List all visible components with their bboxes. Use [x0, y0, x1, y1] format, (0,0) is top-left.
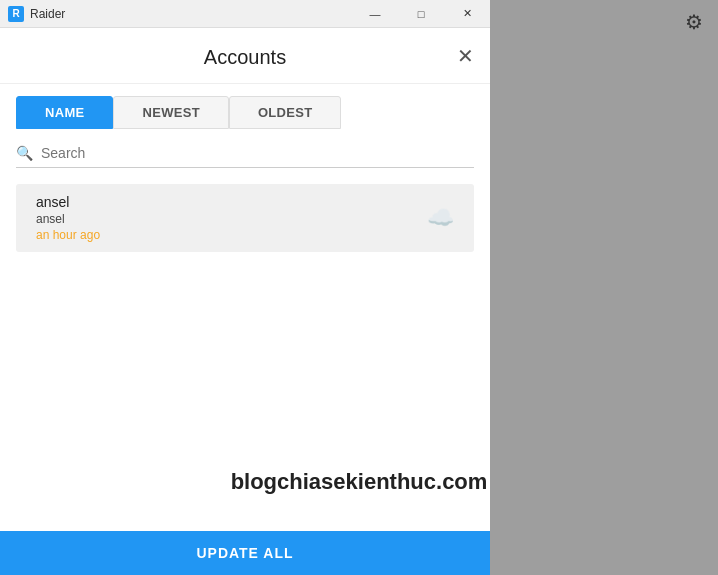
minimize-button[interactable]: — — [352, 0, 398, 28]
title-bar-left: R Raider — [8, 6, 65, 22]
right-panel: ⚙ ✕ HIGHLIGHTS — [490, 0, 718, 575]
search-container: 🔍 — [0, 129, 490, 176]
account-sub: ansel — [36, 212, 100, 226]
dialog-close-button[interactable]: ✕ — [457, 46, 474, 66]
window-close-button[interactable]: ✕ — [444, 0, 490, 28]
search-box: 🔍 — [16, 145, 474, 168]
dialog-title: Accounts — [204, 46, 286, 69]
title-bar: R Raider — □ ✕ — [0, 0, 490, 28]
accounts-dialog: Accounts ✕ NAME NEWEST OLDEST 🔍 ansel an… — [0, 28, 490, 575]
search-icon: 🔍 — [16, 145, 33, 161]
tabs-row: NAME NEWEST OLDEST — [0, 84, 490, 129]
tab-oldest[interactable]: OLDEST — [229, 96, 342, 129]
dialog-header: Accounts ✕ — [0, 28, 490, 84]
account-list: ansel ansel an hour ago ☁️ — [0, 176, 490, 575]
tab-newest[interactable]: NEWEST — [113, 96, 228, 129]
app-title: Raider — [30, 7, 65, 21]
update-all-button[interactable]: UPDATE ALL — [0, 531, 490, 575]
account-item[interactable]: ansel ansel an hour ago ☁️ — [16, 184, 474, 252]
window-controls: — □ ✕ — [352, 0, 490, 28]
maximize-button[interactable]: □ — [398, 0, 444, 28]
account-name: ansel — [36, 194, 100, 210]
account-time: an hour ago — [36, 228, 100, 242]
gear-button[interactable]: ⚙ — [678, 6, 710, 38]
search-input[interactable] — [41, 145, 474, 161]
tab-name[interactable]: NAME — [16, 96, 113, 129]
cloud-download-icon: ☁️ — [427, 205, 454, 231]
account-info: ansel ansel an hour ago — [36, 194, 100, 242]
app-icon: R — [8, 6, 24, 22]
